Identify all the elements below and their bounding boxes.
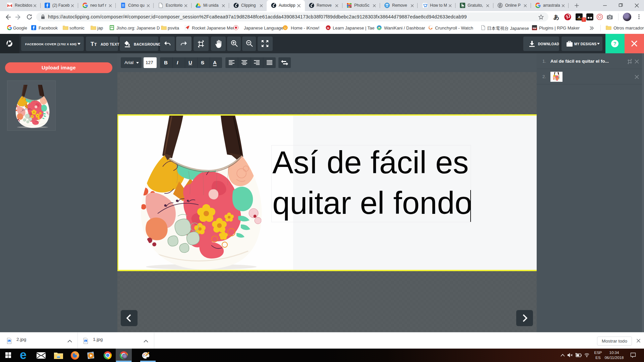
svg-text:T: T [91, 41, 94, 47]
svg-text:T: T [94, 42, 97, 47]
